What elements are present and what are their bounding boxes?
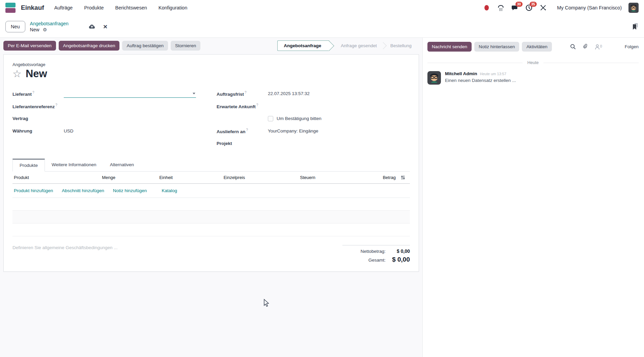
add-note-link[interactable]: Notiz hinzufügen: [113, 188, 147, 193]
activities-button[interactable]: Aktivitäten: [522, 42, 552, 52]
help-icon: ?: [246, 128, 248, 132]
menu-auftraege[interactable]: Aufträge: [54, 5, 73, 10]
menu-produkte[interactable]: Produkte: [84, 5, 104, 10]
chatter-message: Mitchell Admin Heute um 13:57 Einen neue…: [427, 71, 639, 85]
order-lines-table: Produkt Menge Einheit Einzelpreis Steuer…: [12, 172, 410, 236]
projekt-input[interactable]: [268, 140, 369, 147]
confirm-order-button[interactable]: Auftrag bestätigen: [122, 41, 168, 51]
user-avatar[interactable]: [628, 3, 639, 13]
totals-block: Nettobetrag: $ 0,00 Gesamt: $ 0,00: [342, 245, 410, 263]
catalog-link[interactable]: Katalog: [162, 188, 177, 193]
record-actions-gear-icon[interactable]: ⚙: [43, 27, 47, 32]
help-icon: ?: [32, 91, 34, 94]
breadcrumb-parent-link[interactable]: Angebotsanfragen: [30, 21, 68, 26]
auftragsfrist-value[interactable]: 22.07.2025 13:57:32: [268, 91, 310, 96]
stage-rfq[interactable]: Angebotsanfrage: [277, 40, 329, 51]
receipt-reminder-checkbox[interactable]: [268, 116, 273, 121]
message-avatar[interactable]: [427, 71, 441, 85]
help-icon: ?: [245, 91, 247, 94]
help-icon: ?: [256, 103, 258, 107]
auftragsfrist-label: Auftragsfrist?: [217, 91, 268, 97]
ausliefern-label: Ausliefern an?: [217, 128, 268, 134]
breadcrumb-bar: Neu Angebotsanfragen New ⚙ ×: [0, 16, 644, 38]
send-message-button[interactable]: Nachricht senden: [427, 42, 472, 52]
empty-row: [12, 211, 410, 224]
waehrung-label: Währung: [12, 128, 64, 133]
log-note-button[interactable]: Notiz hinterlassen: [474, 42, 519, 52]
field-group-left: Lieferant? Lieferantenreferenz? Vertrag …: [12, 87, 200, 150]
col-betrag[interactable]: Betrag: [346, 175, 397, 180]
total-label: Gesamt:: [368, 258, 386, 263]
help-icon: ?: [55, 103, 57, 107]
form-pane: Per E-Mail versenden Angebotsanfrage dru…: [0, 38, 422, 357]
phone-icon[interactable]: [497, 4, 504, 11]
vertrag-label: Vertrag: [12, 116, 64, 121]
messages-badge: 30: [515, 2, 523, 7]
stage-rfq-sent[interactable]: Anfrage gesendet: [334, 41, 384, 51]
untaxed-amount-label: Nettobetrag:: [361, 249, 386, 254]
print-rfq-button[interactable]: Angebotsanfrage drucken: [59, 41, 120, 51]
message-author[interactable]: Mitchell Admin: [445, 71, 477, 76]
message-timestamp: Heute um 13:57: [480, 72, 506, 76]
bestaetigung-label: Um Bestätigung bitten: [277, 116, 321, 121]
chatter-panel: Nachricht senden Notiz hinterlassen Akti…: [422, 38, 644, 357]
total-value: $ 0,00: [390, 256, 410, 263]
new-record-button[interactable]: Neu: [5, 21, 25, 32]
activities-badge: 35: [530, 2, 537, 7]
app-menu: Aufträge Produkte Berichtswesen Konfigur…: [54, 5, 188, 10]
favorite-star-icon[interactable]: ☆: [12, 69, 22, 79]
lieferant-label: Lieferant?: [12, 91, 64, 97]
tab-weitere-informationen[interactable]: Weitere Informationen: [45, 159, 103, 172]
messages-icon[interactable]: 30: [511, 4, 519, 11]
lieferantenreferenz-input[interactable]: [64, 103, 165, 110]
notebook-tabs: Produkte Weitere Informationen Alternati…: [12, 158, 410, 172]
menu-berichtswesen[interactable]: Berichtswesen: [115, 5, 147, 10]
terms-placeholder[interactable]: Definieren Sie allgemeine Geschäftsbedin…: [12, 245, 117, 263]
activities-clock-icon[interactable]: 35: [525, 4, 533, 11]
field-group-right: Auftragsfrist? 22.07.2025 13:57:32 Erwar…: [217, 87, 404, 150]
statusbar: Angebotsanfrage Anfrage gesendet Bestell…: [277, 40, 418, 51]
menu-konfiguration[interactable]: Konfiguration: [159, 5, 187, 10]
send-by-email-button[interactable]: Per E-Mail versenden: [3, 41, 56, 51]
lieferantenreferenz-label: Lieferantenreferenz?: [12, 103, 64, 109]
projekt-label: Projekt: [217, 141, 268, 146]
company-switcher[interactable]: My Company (San Francisco): [557, 5, 622, 10]
optional-columns-icon[interactable]: [397, 175, 411, 180]
vertrag-input[interactable]: [64, 115, 165, 122]
discard-icon[interactable]: ×: [103, 23, 107, 30]
col-einzelpreis[interactable]: Einzelpreis: [200, 175, 269, 180]
cancel-button[interactable]: Stornieren: [171, 41, 200, 51]
tools-icon[interactable]: [539, 4, 547, 11]
stage-purchase-order[interactable]: Bestellung: [384, 41, 418, 51]
ausliefern-value[interactable]: YourCompany: Eingänge: [268, 128, 318, 133]
app-name[interactable]: Einkauf: [21, 4, 44, 11]
date-divider: Heute: [427, 60, 639, 65]
control-panel: Per E-Mail versenden Angebotsanfrage dru…: [0, 38, 422, 54]
add-section-link[interactable]: Abschnitt hinzufügen: [62, 188, 104, 193]
bookmark-icon[interactable]: [632, 23, 639, 30]
table-header-row: Produkt Menge Einheit Einzelpreis Steuer…: [12, 172, 410, 184]
empty-row: [12, 224, 410, 236]
tab-produkte[interactable]: Produkte: [12, 159, 45, 172]
recording-indicator-icon: [483, 4, 490, 11]
waehrung-value[interactable]: USD: [64, 128, 74, 133]
col-steuern[interactable]: Steuern: [269, 175, 346, 180]
search-messages-icon[interactable]: [570, 44, 576, 50]
follow-button[interactable]: Folgen: [625, 44, 639, 49]
record-title[interactable]: New: [26, 68, 47, 80]
col-menge[interactable]: Menge: [85, 175, 132, 180]
save-cloud-icon[interactable]: [89, 24, 95, 29]
col-einheit[interactable]: Einheit: [132, 175, 200, 180]
dropdown-caret-icon[interactable]: [193, 93, 195, 94]
followers-count: 0: [600, 44, 602, 48]
form-sheet: Angebotsvorlage ☆ New Lieferant? Liefera…: [3, 54, 419, 272]
add-product-link[interactable]: Produkt hinzufügen: [14, 188, 53, 193]
tab-alternativen[interactable]: Alternativen: [103, 159, 141, 172]
erwartete-ankunft-input[interactable]: [268, 103, 369, 110]
empty-row: [12, 198, 410, 211]
odoo-logo-icon[interactable]: [5, 3, 16, 13]
lieferant-input[interactable]: [64, 90, 196, 98]
attachments-icon[interactable]: [583, 44, 588, 50]
col-produkt[interactable]: Produkt: [12, 175, 85, 180]
followers-icon[interactable]: 0: [595, 44, 602, 50]
